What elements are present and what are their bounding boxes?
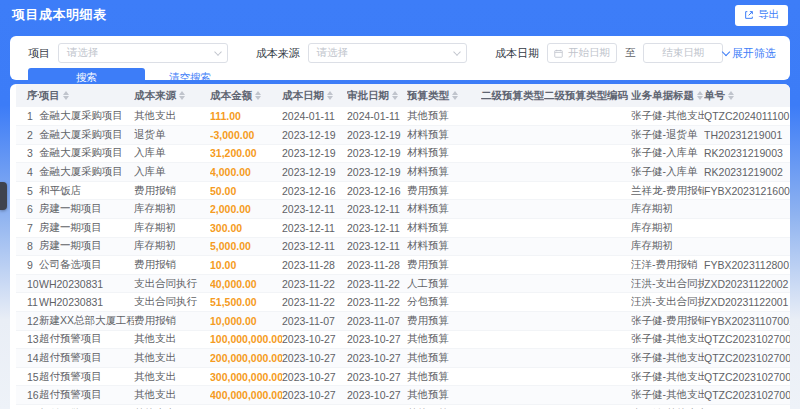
table-cell xyxy=(481,200,544,219)
table-cell: 2023-12-19 xyxy=(282,126,347,145)
table-cell: 费用报销 xyxy=(134,312,210,331)
table-cell: 2023-10-27 xyxy=(282,330,347,349)
table-cell: 2023-12-11 xyxy=(347,200,407,219)
table-cell: 2023-11-22 xyxy=(282,293,347,312)
table-cell xyxy=(704,237,790,256)
table-row: 1金融大厦采购项目其他支出111.002024-01-112024-01-11其… xyxy=(16,107,790,126)
table-cell xyxy=(544,181,631,200)
column-header[interactable]: 成本金额 xyxy=(210,84,282,107)
sort-icon[interactable] xyxy=(728,91,734,101)
table-cell: 库存期初 xyxy=(134,200,210,219)
sort-icon[interactable] xyxy=(697,91,703,101)
column-header[interactable]: 审批日期 xyxy=(347,84,407,107)
column-header[interactable]: 二级预算类型 xyxy=(481,84,544,107)
column-header[interactable]: 成本来源 xyxy=(134,84,210,107)
table-cell xyxy=(544,367,631,386)
table-cell: 50.00 xyxy=(210,181,282,200)
sort-icon[interactable] xyxy=(255,91,261,101)
table-cell: 2023-10-27 xyxy=(347,386,407,405)
date-filter-label: 成本日期 xyxy=(495,46,539,61)
table-row: 11WH20230831支出合同执行51,500.002023-11-22202… xyxy=(16,293,790,312)
table-cell: 5 xyxy=(16,181,39,200)
table-cell: 2023-10-27 xyxy=(347,367,407,386)
sort-icon[interactable] xyxy=(392,91,398,101)
table-cell xyxy=(544,386,631,405)
table-cell: 2023-11-07 xyxy=(347,312,407,331)
table-cell xyxy=(481,256,544,275)
table-cell xyxy=(481,349,544,368)
column-header[interactable]: 项目 xyxy=(39,84,134,107)
date-start-input[interactable]: 开始日期 xyxy=(547,43,617,63)
table-row: 2金融大厦采购项目退货单-3,000.002023-12-192023-12-1… xyxy=(16,126,790,145)
table-cell: 库存期初 xyxy=(134,219,210,238)
table-cell xyxy=(704,200,790,219)
date-end-input[interactable]: 结束日期 xyxy=(643,43,723,63)
table-cell: 500,000,000.00 xyxy=(210,405,282,409)
table-cell: 2023-11-22 xyxy=(282,274,347,293)
table-cell: 6 xyxy=(16,200,39,219)
sort-icon[interactable] xyxy=(452,91,458,101)
table-cell xyxy=(544,312,631,331)
table-cell: 1 xyxy=(16,107,39,126)
clear-search-link[interactable]: 清空搜索 xyxy=(169,71,211,85)
column-header[interactable]: 业务单据标题 xyxy=(631,84,704,107)
table-cell xyxy=(544,237,631,256)
table-cell: 新建XX总部大厦工程二期 xyxy=(39,312,134,331)
table-cell: 2023-12-11 xyxy=(347,237,407,256)
table-cell: 超付预警项目 xyxy=(39,405,134,409)
table-cell: 2023-11-28 xyxy=(282,256,347,275)
table-cell: 2023-11-22 xyxy=(347,274,407,293)
project-select[interactable]: 请选择 xyxy=(58,43,228,63)
table-cell: QTZC20231027002 xyxy=(704,330,790,349)
column-header[interactable]: 成本日期 xyxy=(282,84,347,107)
table-cell: 材料预算 xyxy=(407,163,481,182)
table-cell: 200,000,000.00 xyxy=(210,349,282,368)
expand-filters-link[interactable]: 展开筛选 xyxy=(723,46,776,61)
export-button[interactable]: 导出 xyxy=(735,5,788,26)
table-cell: 张子健-费用报销 xyxy=(631,312,704,331)
table-cell: 费用预算 xyxy=(407,181,481,200)
sort-icon[interactable] xyxy=(63,91,69,101)
table-cell: 支出合同执行 xyxy=(134,274,210,293)
table-cell: 2023-11-28 xyxy=(347,256,407,275)
table-cell: 张子健-入库单 xyxy=(631,163,704,182)
table-cell: 16 xyxy=(16,386,39,405)
column-header[interactable]: 预算类型 xyxy=(407,84,481,107)
table-cell: 2 xyxy=(16,126,39,145)
table-cell: 2023-12-19 xyxy=(347,163,407,182)
export-icon xyxy=(744,10,754,20)
table-cell: 10 xyxy=(16,274,39,293)
table-cell: 2023-10-27 xyxy=(282,367,347,386)
table-body: 1金融大厦采购项目其他支出111.002024-01-112024-01-11其… xyxy=(16,107,790,409)
table-cell: QTZC20231027002 xyxy=(704,405,790,409)
table-cell xyxy=(481,367,544,386)
column-label: 序号 xyxy=(27,89,39,101)
table-cell: 2023-10-27 xyxy=(282,386,347,405)
top-bar: 项目成本明细表 导出 xyxy=(0,0,800,30)
table-cell: 库存期初 xyxy=(631,237,704,256)
table-cell: 其他预算 xyxy=(407,330,481,349)
table-cell: 2023-12-11 xyxy=(282,200,347,219)
column-header[interactable]: 二级预算类型编码 xyxy=(544,84,631,107)
table-cell: 支出合同执行 xyxy=(134,293,210,312)
table-cell: RK20231219003 xyxy=(704,144,790,163)
table-cell: 房建一期项目 xyxy=(39,219,134,238)
table-row: 10WH20230831支出合同执行40,000.002023-11-22202… xyxy=(16,274,790,293)
table-cell: -3,000.00 xyxy=(210,126,282,145)
side-widget-handle[interactable] xyxy=(0,182,7,210)
column-header[interactable]: 单号 xyxy=(704,84,790,107)
table-cell xyxy=(481,293,544,312)
table-cell: 超付预警项目 xyxy=(39,386,134,405)
source-select[interactable]: 请选择 xyxy=(308,43,467,63)
table-cell: 其他支出 xyxy=(134,386,210,405)
table-cell: 其他预算 xyxy=(407,367,481,386)
table-cell: 400,000,000.00 xyxy=(210,386,282,405)
sort-icon[interactable] xyxy=(327,91,333,101)
table-cell xyxy=(481,330,544,349)
table-cell xyxy=(481,312,544,331)
sort-icon[interactable] xyxy=(179,91,185,101)
table-cell: 2023-12-11 xyxy=(282,237,347,256)
table-cell: 300.00 xyxy=(210,219,282,238)
table-cell: 房建一期项目 xyxy=(39,200,134,219)
table-cell: 材料预算 xyxy=(407,144,481,163)
